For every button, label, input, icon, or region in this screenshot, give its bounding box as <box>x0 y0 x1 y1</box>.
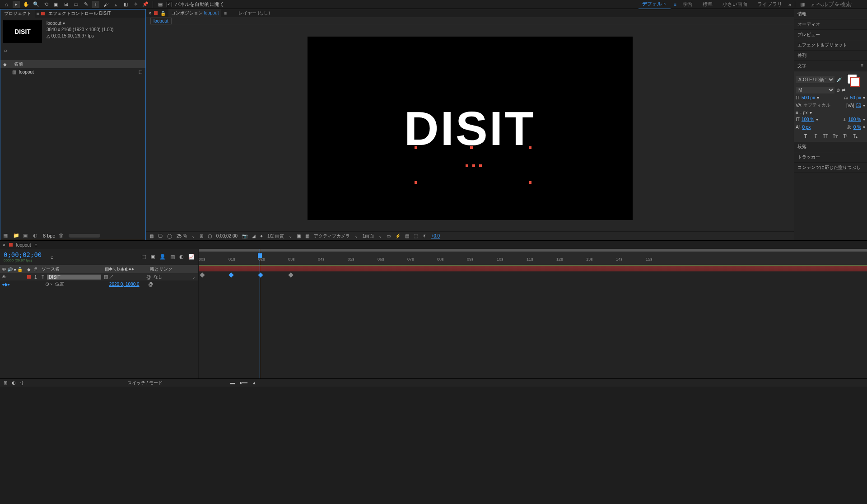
keyframe-diamond[interactable] <box>228 272 233 277</box>
current-timecode[interactable]: 0;00;02;00 <box>4 251 42 258</box>
zoom-tool-icon[interactable]: 🔍 <box>33 1 40 8</box>
lock-icon[interactable]: 🔒 <box>160 11 166 16</box>
allcaps-button[interactable]: TT <box>822 133 829 139</box>
switches-col[interactable]: ▧✱＼fx◉◐●● <box>105 266 150 272</box>
toggle-mask-icon[interactable]: ▢ <box>208 233 212 238</box>
project-scrollbar[interactable] <box>69 234 100 238</box>
work-area-bar[interactable] <box>199 249 867 252</box>
tag-column-icon[interactable]: ◆ <box>3 62 9 67</box>
tsume-value[interactable]: 0 % <box>853 125 861 130</box>
timeline-tab-menu-icon[interactable]: ≡ <box>35 243 37 247</box>
panbehind-tool-icon[interactable]: ⊞ <box>62 1 70 8</box>
camera-dropdown[interactable]: アクティブカメラ <box>314 233 350 239</box>
switches-mode-toggle[interactable]: スイッチ / モード <box>127 380 163 386</box>
timeline-tab[interactable]: loopout <box>16 243 31 247</box>
pickwhip-icon[interactable]: @ <box>149 282 153 287</box>
parent-col[interactable]: 親とリンク <box>150 266 172 272</box>
dropdown-icon[interactable]: ▾ <box>816 117 818 122</box>
frameblend-icon[interactable]: ▤ <box>170 254 175 260</box>
comp-flowchart-icon[interactable]: ⬚ <box>141 254 146 260</box>
layer-switches[interactable]: ▧ ／ <box>101 274 146 280</box>
kerning-value[interactable]: オプティカル <box>803 102 830 108</box>
trash-icon[interactable]: 🗑 <box>59 233 65 239</box>
bpc-icon[interactable]: ◐ <box>33 233 39 239</box>
hide-shy-icon[interactable]: 👤 <box>159 254 166 260</box>
dropdown-icon[interactable]: ▾ <box>863 95 865 100</box>
breadcrumb-item[interactable]: loopout <box>150 18 172 24</box>
timeline-icon[interactable]: ▤ <box>405 233 409 238</box>
channel-icon[interactable]: ◢ <box>252 233 256 238</box>
contentaware-panel-header[interactable]: コンテンツに応じた塗りつぶし <box>794 163 867 173</box>
timeline-search-input[interactable] <box>58 253 137 260</box>
faux-bold-button[interactable]: T <box>802 133 809 139</box>
selection-tool-icon[interactable]: ▸ <box>13 1 20 8</box>
keyframe-diamond[interactable] <box>288 272 293 277</box>
eraser-tool-icon[interactable]: ◧ <box>122 1 129 8</box>
grid-icon[interactable]: ▦ <box>149 233 154 238</box>
comp-thumbnail[interactable]: DISIT <box>3 20 42 43</box>
project-tab-menu-icon[interactable]: ≡ <box>35 11 41 16</box>
strokew-value[interactable]: - px <box>800 110 808 115</box>
subscript-button[interactable]: T₁ <box>852 133 859 139</box>
panel-menu-icon[interactable]: ≡ <box>861 63 863 69</box>
leading-value[interactable]: 50 px <box>850 95 861 100</box>
toggle-icon[interactable]: ⊞ <box>4 380 7 385</box>
swap-icon[interactable]: ⇄ <box>842 88 845 93</box>
anchor-handle[interactable] <box>466 164 468 167</box>
selection-handle[interactable] <box>470 146 473 149</box>
audio-panel-header[interactable]: オーディオ <box>794 19 867 30</box>
autopanel-checkbox[interactable] <box>167 2 172 7</box>
dropdown-icon[interactable]: ▾ <box>810 110 812 115</box>
exposure-value[interactable]: +0.0 <box>431 233 440 238</box>
smallcaps-button[interactable]: Tᴛ <box>832 133 839 139</box>
views-dropdown[interactable]: 1画面 <box>363 233 374 239</box>
orbit-tool-icon[interactable]: ⟲ <box>42 1 50 8</box>
time-ruler[interactable]: 00s01s02s03s04s05s06s07s08s09s10s11s12s1… <box>199 249 867 265</box>
roi-icon[interactable]: ▣ <box>297 233 301 238</box>
mask-icon[interactable]: ◯ <box>167 233 172 238</box>
anchor-handle[interactable] <box>479 164 482 167</box>
visibility-col-icon[interactable]: 👁 <box>2 267 6 272</box>
draft3d-icon[interactable]: ▣ <box>150 254 155 260</box>
workspace-small[interactable]: 小さい画面 <box>719 0 751 9</box>
brush-tool-icon[interactable]: 🖌 <box>102 1 109 8</box>
dropdown-icon[interactable]: ⌄ <box>191 233 195 238</box>
name-column[interactable]: 名前 <box>14 61 23 67</box>
stopwatch-icon[interactable]: ⏱ <box>45 282 50 287</box>
monitor-icon[interactable]: 🖵 <box>158 233 163 238</box>
roto-tool-icon[interactable]: ✧ <box>132 1 139 8</box>
eyedropper-icon[interactable]: 💉 <box>836 77 842 82</box>
flowchart-icon[interactable]: ⬚ <box>139 70 143 74</box>
bpc-label[interactable]: 8 bpc <box>43 233 55 238</box>
playhead[interactable] <box>260 249 260 378</box>
layer-name[interactable]: DISIT <box>47 275 101 280</box>
brace-icon[interactable]: {} <box>20 380 23 385</box>
puppet-tool-icon[interactable]: 📌 <box>142 1 149 8</box>
hscale-value[interactable]: 100 % <box>848 117 861 122</box>
help-search-input[interactable] <box>816 1 862 8</box>
dropdown-icon[interactable]: ▾ <box>817 95 819 100</box>
project-tab[interactable]: プロジェクト <box>0 9 35 18</box>
newfolder-icon[interactable]: 📁 <box>13 233 19 239</box>
motionblur-icon[interactable]: ◐ <box>179 254 184 260</box>
font-size-value[interactable]: 500 px <box>802 95 815 100</box>
rect-tool-icon[interactable]: ▭ <box>72 1 79 8</box>
pen-tool-icon[interactable]: ✎ <box>82 1 89 8</box>
project-item-row[interactable]: ▧ loopout ⬚ <box>0 68 145 75</box>
composition-canvas[interactable]: DISIT <box>308 37 633 220</box>
workspace-standard[interactable]: 標準 <box>699 0 716 9</box>
nofill-icon[interactable]: ⊘ <box>836 88 840 93</box>
label-col-icon[interactable]: ◆ <box>27 267 34 272</box>
flowchart-icon[interactable]: ⬚ <box>414 233 418 238</box>
dropdown-icon[interactable]: ▾ <box>863 103 865 108</box>
sync-icon[interactable]: ▥ <box>799 1 806 8</box>
resolution-value[interactable]: 1/2 画質 <box>267 233 284 239</box>
workspace-library[interactable]: ライブラリ <box>754 0 786 9</box>
timeline-layer-row[interactable]: 👁 1 T DISIT ▧ ／ @ なし ⌄ <box>0 273 198 280</box>
stroke-color-swatch[interactable] <box>850 77 860 87</box>
transparency-icon[interactable]: ▦ <box>305 233 309 238</box>
newcomp-icon[interactable]: ▣ <box>23 233 29 239</box>
timeline-property-row[interactable]: ◂◆▸ ⏱ ~ 位置 2020.0, 1080.0 @ <box>0 280 198 288</box>
snapshot-icon[interactable]: 📷 <box>242 233 247 238</box>
zoom-value[interactable]: 25 % <box>177 233 187 238</box>
